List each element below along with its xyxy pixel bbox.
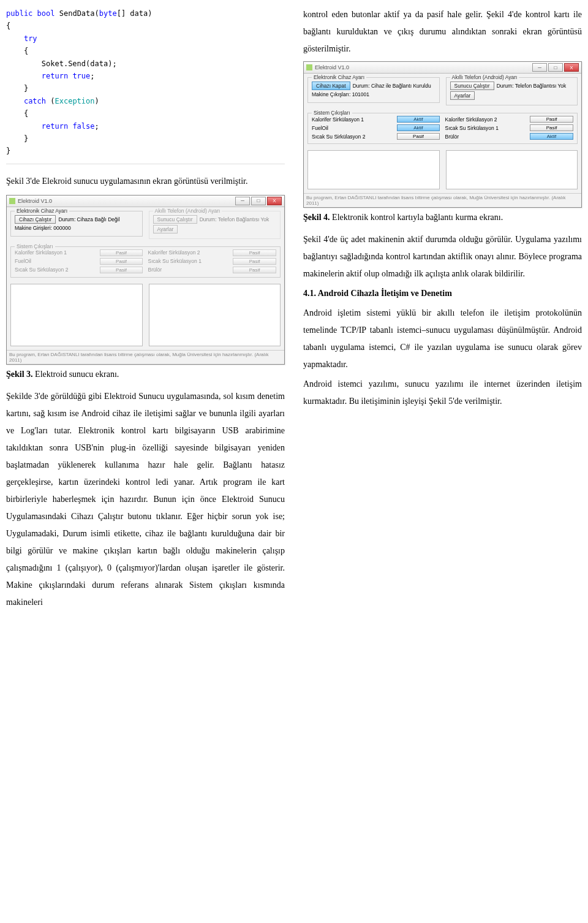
maximize-icon[interactable]: □: [548, 63, 563, 72]
log-box-right: [149, 284, 281, 346]
output-label: Sıcak Su Sirkülasyon 2: [312, 134, 392, 140]
output-label: Kalorifer Sirkülasyon 1: [15, 249, 95, 256]
output-label: Brülör: [148, 267, 228, 273]
figure-3-caption: Şekil 3. Elektroid sunucu ekranı.: [6, 370, 285, 379]
run-server-button[interactable]: Sunucu Çalıştır: [450, 82, 494, 90]
app-icon: [306, 64, 312, 70]
minimize-icon[interactable]: ─: [235, 197, 250, 205]
outputs-group-title: Sistem Çıkışları: [312, 110, 352, 116]
output-state-button[interactable]: Pasif: [530, 116, 573, 123]
output-label: FuelOil: [15, 258, 95, 264]
body-right-3: Android istemci yazılımı, sunucu yazılım…: [303, 376, 582, 410]
body-left: Şekilde 3'de görüldüğü gibi Elektroid Su…: [6, 388, 285, 611]
log-box-right: [446, 150, 578, 189]
figure-4-caption: Şekil 4. Elektronik kontrol kartıyla bağ…: [303, 213, 582, 222]
run-device-button[interactable]: Cihazı Çalıştır: [15, 215, 56, 224]
phone-status: Durum: Telefon Bağlantısı Yok: [200, 216, 270, 222]
figure-3-window: Elektroid V1.0 ─ □ X Elektronik Cihaz Ay…: [6, 195, 285, 365]
output-state-button[interactable]: Pasif: [100, 249, 143, 256]
android-group-title: Akıllı Telefon (Android) Ayarı: [450, 74, 519, 80]
log-box-left: [10, 284, 143, 346]
settings-button[interactable]: Ayarlar: [450, 91, 475, 100]
window-title: Elektroid V1.0: [315, 64, 532, 70]
settings-button[interactable]: Ayarlar: [153, 225, 178, 234]
output-label: Sıcak Su Sirkülasyon 1: [445, 125, 525, 131]
device-status: Durum: Cihaz ile Bağlantı Kuruldu: [353, 83, 431, 89]
close-device-button[interactable]: Cihazı Kapat: [312, 82, 350, 90]
footer-note: Bu program, Ertan DAĞISTANLI tarafından …: [304, 193, 581, 207]
phone-status: Durum: Telefon Bağlantısı Yok: [497, 83, 567, 89]
body-right-1: Şekil 4'de üç adet makinenin aktif durum…: [303, 231, 582, 283]
device-group-title: Elektronik Cihaz Ayarı: [312, 74, 366, 80]
output-state-button[interactable]: Pasif: [100, 258, 143, 265]
output-state-button[interactable]: Pasif: [397, 133, 440, 140]
machine-outputs: Makine Çıkışları: 101001: [312, 91, 369, 97]
output-label: Sıcak Su Sirkülasyon 1: [148, 258, 228, 264]
output-label: Kalorifer Sirkülasyon 2: [148, 249, 228, 256]
output-state-button[interactable]: Pasif: [233, 258, 276, 265]
section-4-1: 4.1. Android Cihazla İletişim ve Denetim…: [303, 285, 582, 373]
output-state-button[interactable]: Pasif: [233, 249, 276, 256]
window-title: Elektroid V1.0: [18, 198, 235, 204]
output-state-button[interactable]: Pasif: [233, 267, 276, 273]
close-icon[interactable]: X: [564, 63, 579, 72]
output-state-button[interactable]: Aktif: [530, 133, 573, 140]
app-icon: [9, 198, 15, 204]
machine-inputs: Makine Girişleri: 000000: [15, 225, 71, 231]
minimize-icon[interactable]: ─: [532, 63, 547, 72]
device-status: Durum: Cihaza Bağlı Değil: [58, 216, 119, 222]
output-label: Brülör: [445, 134, 525, 140]
output-label: FuelOil: [312, 125, 392, 131]
window-titlebar: Elektroid V1.0 ─ □ X: [304, 62, 581, 74]
output-state-button[interactable]: Aktif: [397, 124, 440, 131]
device-group-title: Elektronik Cihaz Ayarı: [15, 208, 69, 214]
top-right-para: kontrol eden butonlar aktif ya da pasif …: [303, 6, 582, 58]
output-state-button[interactable]: Aktif: [397, 116, 440, 123]
output-state-button[interactable]: Pasif: [530, 124, 573, 131]
output-label: Sıcak Su Sirkülasyon 2: [15, 267, 95, 273]
output-label: Kalorifer Sirkülasyon 1: [312, 116, 392, 123]
outputs-group-title: Sistem Çıkışları: [15, 243, 55, 249]
figure-4-window: Elektroid V1.0 ─ □ X Elektronik Cihaz Ay…: [303, 61, 582, 208]
log-box-left: [307, 150, 440, 189]
code-snippet: public bool SendData(byte[] data) { try …: [6, 6, 285, 164]
left-intro: Şekil 3'de Elekroid sunucu uygulamasının…: [6, 173, 285, 190]
footer-note: Bu program, Ertan DAĞISTANLI tarafından …: [7, 350, 284, 364]
window-titlebar: Elektroid V1.0 ─ □ X: [7, 196, 284, 207]
maximize-icon[interactable]: □: [251, 197, 266, 205]
run-server-button[interactable]: Sunucu Çalıştır: [153, 215, 197, 224]
android-group-title: Akıllı Telefon (Android) Ayarı: [153, 208, 222, 214]
output-label: Kalorifer Sirkülasyon 2: [445, 116, 525, 123]
close-icon[interactable]: X: [267, 197, 282, 205]
output-state-button[interactable]: Pasif: [100, 267, 143, 273]
